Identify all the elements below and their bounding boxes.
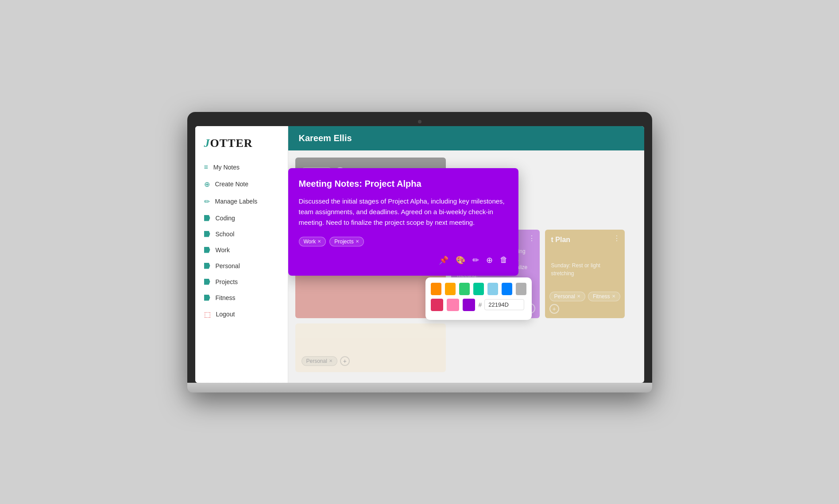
color-swatch-teal[interactable]	[473, 283, 484, 295]
sidebar-item-manage-labels[interactable]: ✏ Manage Labels	[195, 193, 288, 210]
tag-label: Personal	[554, 293, 575, 300]
label-dot-personal	[204, 263, 210, 269]
laptop-screen: Jotter ≡ My Notes ⊕ Create Note ✏ Manage…	[195, 126, 644, 383]
color-swatch-gray[interactable]	[516, 283, 526, 295]
sidebar-item-label: Projects	[216, 278, 238, 285]
label-dot-projects	[204, 279, 210, 285]
sidebar-item-school[interactable]: School	[195, 226, 288, 242]
tag-remove[interactable]: ✕	[577, 294, 580, 299]
projects-tag[interactable]: Projects ✕	[329, 237, 363, 246]
color-swatch-red[interactable]	[431, 299, 443, 311]
tag-label: Personal	[306, 358, 327, 364]
logout-icon: ⬚	[204, 310, 211, 319]
expanded-note-content[interactable]: Discussed the initial stages of Project …	[299, 196, 508, 228]
personal-note-card[interactable]: Personal ✕ +	[295, 323, 446, 372]
expanded-note-actions: 📌 🎨 ✏ ⊕ 🗑	[299, 255, 508, 265]
edit-action[interactable]: ✏	[472, 255, 479, 265]
sidebar-item-my-notes[interactable]: ≡ My Notes	[195, 159, 288, 176]
tag-remove[interactable]: ✕	[329, 358, 333, 363]
label-dot-work	[204, 247, 210, 253]
sidebar-item-label: Create Note	[215, 181, 248, 188]
header-user-name: Kareem Ellis	[299, 133, 352, 143]
content-area: Coding ✕ + OTHERS	[288, 150, 644, 383]
hex-input-row: #	[479, 299, 525, 310]
tag-add-button2[interactable]: +	[340, 356, 350, 366]
sidebar: Jotter ≡ My Notes ⊕ Create Note ✏ Manage…	[195, 126, 288, 383]
tag-remove-work[interactable]: ✕	[317, 239, 321, 244]
tag-add-button[interactable]: +	[549, 304, 559, 314]
color-swatch-purple[interactable]	[463, 299, 475, 311]
pin-action[interactable]: 📌	[439, 255, 448, 265]
label-dot-fitness	[204, 295, 210, 301]
laptop-base	[187, 383, 652, 392]
pencil-icon: ✏	[204, 197, 210, 206]
expanded-note-title: Meeting Notes: Project Alpha	[299, 179, 508, 189]
fitness-tag[interactable]: Fitness ✕	[588, 292, 620, 301]
hex-hash: #	[479, 301, 482, 308]
tag-label: Work	[304, 239, 316, 245]
app-logo: Jotter	[195, 133, 288, 159]
sidebar-item-label: Fitness	[216, 294, 236, 301]
color-swatch-pink[interactable]	[447, 299, 459, 311]
tag-remove[interactable]: ✕	[612, 294, 615, 299]
workout-more-button[interactable]: ⋮	[613, 234, 620, 242]
workout-plan-card[interactable]: ⋮ t Plan Sunday: Rest or light stretchin…	[545, 230, 625, 318]
color-swatches-row1	[431, 283, 526, 295]
expanded-note-overlay: Meeting Notes: Project Alpha Discussed t…	[288, 168, 518, 276]
color-picker-popup: #	[425, 277, 532, 320]
menu-icon: ≡	[204, 163, 208, 171]
personal-tag2[interactable]: Personal ✕	[302, 356, 337, 366]
sidebar-item-logout[interactable]: ⬚ Logout	[195, 306, 288, 323]
color-swatch-lightblue[interactable]	[487, 283, 498, 295]
delete-action[interactable]: 🗑	[500, 255, 508, 265]
palette-action[interactable]: 🎨	[456, 255, 465, 265]
color-swatches-row2: #	[431, 299, 526, 311]
sidebar-item-label: Manage Labels	[215, 198, 258, 205]
sidebar-item-label: School	[216, 231, 235, 238]
sidebar-item-coding[interactable]: Coding	[195, 210, 288, 226]
sidebar-item-projects[interactable]: Projects	[195, 274, 288, 290]
workout-plan-title: t Plan	[551, 236, 619, 244]
add-label-action[interactable]: ⊕	[486, 255, 493, 265]
label-dot-school	[204, 231, 210, 237]
plus-circle-icon: ⊕	[204, 180, 210, 189]
sidebar-item-label: Personal	[216, 262, 240, 269]
label-dot-coding	[204, 215, 210, 221]
color-swatch-amber[interactable]	[445, 283, 456, 295]
workout-plan-text: Sunday: Rest or light stretching	[551, 262, 619, 277]
personal-note-tags: Personal ✕ +	[302, 356, 440, 366]
app-header: Kareem Ellis	[288, 126, 644, 150]
color-swatch-blue[interactable]	[502, 283, 512, 295]
dimmed-gold-area: ⋮ t Plan Sunday: Rest or light stretchin…	[545, 230, 625, 318]
color-swatch-green[interactable]	[459, 283, 470, 295]
sidebar-item-label: Logout	[216, 311, 235, 318]
tag-label: Projects	[334, 239, 353, 245]
tag-remove-projects[interactable]: ✕	[356, 239, 359, 244]
sidebar-item-create-note[interactable]: ⊕ Create Note	[195, 176, 288, 193]
color-swatch-orange[interactable]	[431, 283, 441, 295]
sidebar-item-personal[interactable]: Personal	[195, 258, 288, 274]
sidebar-item-work[interactable]: Work	[195, 242, 288, 258]
expanded-note-tags: Work ✕ Projects ✕	[299, 237, 508, 246]
sidebar-item-label: Work	[216, 246, 230, 254]
sidebar-item-fitness[interactable]: Fitness	[195, 290, 288, 306]
app-container: Jotter ≡ My Notes ⊕ Create Note ✏ Manage…	[195, 126, 644, 383]
workout-tags: Personal ✕ Fitness ✕ +	[549, 292, 625, 314]
hex-color-input[interactable]	[484, 299, 524, 310]
sidebar-item-label: Coding	[216, 215, 235, 222]
note-more-button[interactable]: ⋮	[528, 234, 535, 242]
sidebar-item-label: My Notes	[213, 164, 240, 171]
laptop-frame: Jotter ≡ My Notes ⊕ Create Note ✏ Manage…	[187, 112, 652, 392]
main-content: Kareem Ellis Coding ✕ +	[288, 126, 644, 383]
personal-tag[interactable]: Personal ✕	[549, 292, 585, 301]
second-row: Personal ✕ +	[295, 323, 637, 372]
webcam	[418, 120, 421, 123]
tag-label: Fitness	[593, 293, 610, 300]
work-tag[interactable]: Work ✕	[299, 237, 326, 246]
